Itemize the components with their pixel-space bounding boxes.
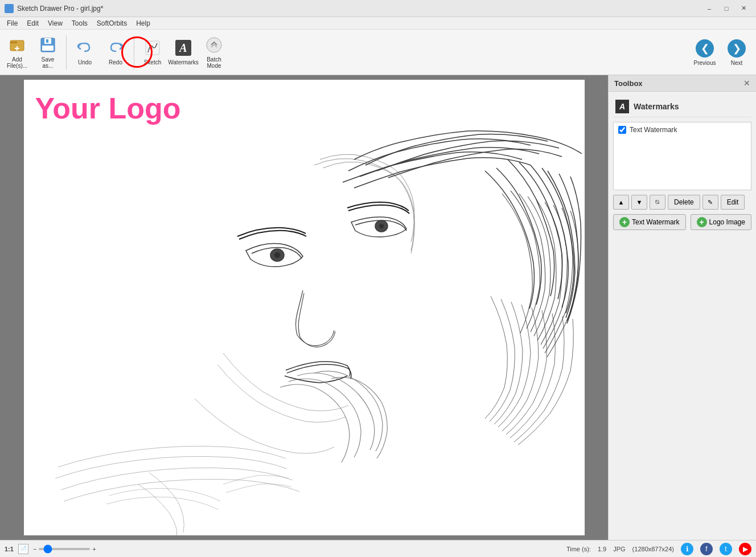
title-bar-left: Sketch Drawer Pro - girl.jpg*: [5, 4, 103, 13]
time-label: Time (s):: [566, 546, 591, 552]
minimize-button[interactable]: –: [701, 3, 717, 14]
undo-button[interactable]: Undo: [70, 32, 100, 73]
toolbox-header: Toolbox ✕: [609, 75, 756, 92]
sketch-button[interactable]: Sketch: [138, 32, 167, 73]
svg-rect-7: [46, 39, 48, 43]
sketch-icon: [143, 39, 162, 57]
main-area: Your Logo: [0, 75, 756, 540]
add-text-watermark-button[interactable]: + Text Watermark: [613, 214, 686, 230]
zoom-min-label: −: [33, 546, 36, 552]
watermarks-section-label: Watermarks: [634, 102, 679, 111]
add-text-watermark-label: Text Watermark: [632, 218, 680, 226]
toolbox-title: Toolbox: [614, 79, 643, 88]
title-bar: Sketch Drawer Pro - girl.jpg* – □ ✕: [0, 0, 756, 17]
status-bar: 1:1 📄 − + Time (s): 1.9 JPG (1280x877x24…: [0, 540, 756, 557]
edit-icon-button[interactable]: ✎: [702, 195, 718, 210]
add-files-label: Add File(s)...: [7, 56, 27, 69]
menu-help[interactable]: Help: [132, 18, 155, 28]
add-files-button[interactable]: Add File(s)...: [2, 32, 32, 73]
window-title: Sketch Drawer Pro - girl.jpg*: [17, 5, 103, 13]
move-up-button[interactable]: ▲: [613, 195, 629, 210]
add-logo-image-icon: +: [697, 217, 707, 227]
dimensions-label: (1280x877x24): [632, 546, 674, 552]
watermark-item-text: Text Watermark: [616, 125, 749, 135]
status-right: Time (s): 1.9 JPG (1280x877x24) ℹ f t ▶: [566, 543, 751, 555]
next-arrow-icon: ❯: [728, 39, 746, 58]
previous-label: Previous: [694, 60, 716, 66]
edit-button[interactable]: Edit: [721, 195, 745, 210]
svg-point-14: [274, 252, 280, 258]
action-buttons-row: ▲ ▼ ⦰ Delete ✎ Edit: [613, 195, 751, 210]
toolbar-divider-2: [134, 35, 134, 69]
watermark-list: Text Watermark: [613, 122, 751, 190]
nav-buttons: ❮ Previous ❯ Next: [690, 30, 751, 75]
next-button[interactable]: ❯ Next: [722, 32, 751, 73]
zoom-level: 1:1: [5, 546, 14, 552]
save-as-icon: [39, 36, 57, 54]
youtube-icon[interactable]: ▶: [739, 543, 751, 555]
status-left: 1:1 📄 − +: [5, 544, 96, 554]
text-watermark-item-label: Text Watermark: [630, 126, 677, 134]
toolbar-divider-1: [66, 35, 67, 69]
previous-arrow-icon: ❮: [696, 39, 714, 58]
delete-button[interactable]: Delete: [668, 195, 700, 210]
twitter-icon[interactable]: t: [720, 543, 732, 555]
title-bar-controls: – □ ✕: [701, 3, 751, 14]
menu-file[interactable]: File: [2, 18, 22, 28]
toolbox-panel: Toolbox ✕ A Watermarks Text Watermark: [608, 75, 756, 540]
menu-tools[interactable]: Tools: [67, 18, 92, 28]
watermarks-label: Watermarks: [168, 59, 199, 65]
undo-label: Undo: [78, 59, 92, 65]
undo-icon: [76, 39, 94, 57]
canvas-inner: Your Logo: [0, 75, 608, 540]
svg-point-16: [379, 224, 384, 228]
add-watermark-row: + Text Watermark + Logo Image: [613, 214, 751, 230]
add-logo-image-button[interactable]: + Logo Image: [691, 214, 751, 230]
zoom-slider-container: − +: [33, 546, 96, 552]
info-icon[interactable]: ℹ: [681, 543, 693, 555]
batch-mode-label: Batch Mode: [207, 56, 221, 69]
format-label: JPG: [613, 546, 625, 552]
sketch-drawing: [24, 80, 585, 535]
svg-rect-1: [10, 42, 17, 43]
time-value: 1.9: [598, 546, 606, 552]
redo-icon: [106, 39, 125, 57]
text-watermark-checkbox[interactable]: [618, 126, 626, 134]
sketch-canvas: Your Logo: [24, 80, 585, 535]
batch-mode-button[interactable]: Batch Mode: [199, 32, 229, 73]
save-as-label: Save as...: [42, 56, 55, 69]
next-label: Next: [731, 60, 743, 66]
svg-text:A: A: [178, 42, 187, 54]
add-text-watermark-icon: +: [619, 217, 630, 227]
sketch-label: Sketch: [144, 59, 162, 65]
maximize-button[interactable]: □: [718, 3, 734, 14]
zoom-max-label: +: [92, 546, 96, 552]
menu-softorbits[interactable]: SoftOrbits: [92, 18, 132, 28]
add-files-icon: [8, 36, 26, 54]
watermarks-section: A Watermarks Text Watermark ▲ ▼: [609, 92, 756, 235]
menu-edit[interactable]: Edit: [22, 18, 43, 28]
zoom-slider[interactable]: [39, 548, 90, 550]
menu-bar: File Edit View Tools SoftOrbits Help: [0, 17, 756, 30]
menu-view[interactable]: View: [43, 18, 67, 28]
toolbox-close-button[interactable]: ✕: [743, 79, 750, 88]
batch-mode-icon: [205, 36, 223, 54]
svg-rect-6: [42, 46, 54, 51]
move-down-button[interactable]: ▼: [631, 195, 647, 210]
close-button[interactable]: ✕: [736, 3, 751, 14]
redo-button[interactable]: Redo: [101, 32, 130, 73]
svg-rect-12: [24, 80, 585, 535]
watermarks-section-icon: A: [615, 100, 629, 113]
watermarks-icon: A: [174, 39, 192, 57]
app-icon: [5, 4, 14, 13]
save-as-button[interactable]: Save as...: [33, 32, 63, 73]
deactivate-button[interactable]: ⦰: [650, 195, 665, 210]
redo-label: Redo: [109, 59, 122, 65]
svg-rect-8: [146, 41, 159, 55]
facebook-icon[interactable]: f: [700, 543, 713, 555]
toolbar: Add File(s)... Save as... Undo Redo Sket…: [0, 30, 756, 75]
previous-button[interactable]: ❮ Previous: [690, 32, 720, 73]
watermarks-button[interactable]: A Watermarks: [169, 32, 198, 73]
page-icon: 📄: [18, 544, 28, 554]
canvas-area: Your Logo: [0, 75, 608, 540]
